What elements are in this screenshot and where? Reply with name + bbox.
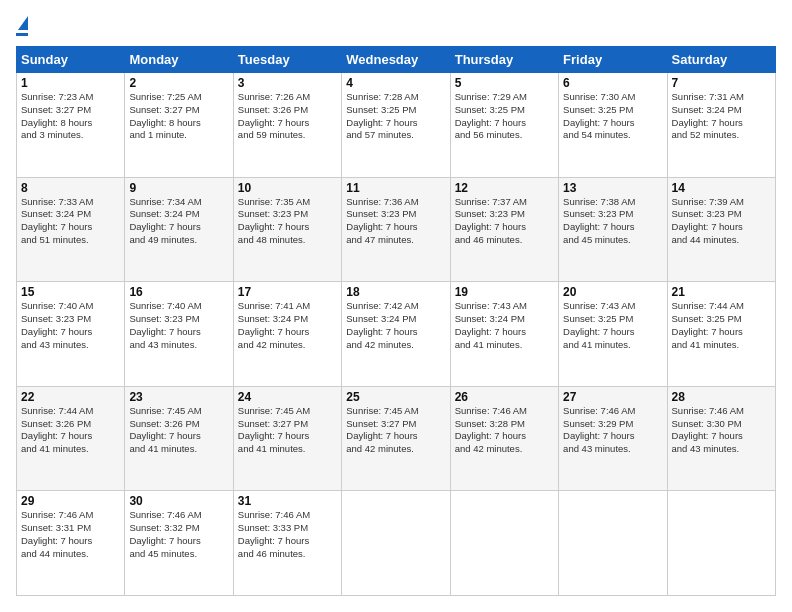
day-number: 8 bbox=[21, 181, 120, 195]
day-number: 1 bbox=[21, 76, 120, 90]
day-number: 18 bbox=[346, 285, 445, 299]
calendar-cell: 1Sunrise: 7:23 AMSunset: 3:27 PMDaylight… bbox=[17, 73, 125, 178]
calendar-header-row: SundayMondayTuesdayWednesdayThursdayFrid… bbox=[17, 47, 776, 73]
calendar-cell: 17Sunrise: 7:41 AMSunset: 3:24 PMDayligh… bbox=[233, 282, 341, 387]
day-number: 4 bbox=[346, 76, 445, 90]
day-info: Sunrise: 7:46 AMSunset: 3:32 PMDaylight:… bbox=[129, 509, 228, 560]
day-info: Sunrise: 7:26 AMSunset: 3:26 PMDaylight:… bbox=[238, 91, 337, 142]
day-info: Sunrise: 7:39 AMSunset: 3:23 PMDaylight:… bbox=[672, 196, 771, 247]
day-info: Sunrise: 7:45 AMSunset: 3:27 PMDaylight:… bbox=[238, 405, 337, 456]
page-header bbox=[16, 16, 776, 36]
day-info: Sunrise: 7:46 AMSunset: 3:28 PMDaylight:… bbox=[455, 405, 554, 456]
calendar-cell: 15Sunrise: 7:40 AMSunset: 3:23 PMDayligh… bbox=[17, 282, 125, 387]
day-number: 27 bbox=[563, 390, 662, 404]
calendar-table: SundayMondayTuesdayWednesdayThursdayFrid… bbox=[16, 46, 776, 596]
calendar-cell: 10Sunrise: 7:35 AMSunset: 3:23 PMDayligh… bbox=[233, 177, 341, 282]
day-info: Sunrise: 7:46 AMSunset: 3:30 PMDaylight:… bbox=[672, 405, 771, 456]
calendar-body: 1Sunrise: 7:23 AMSunset: 3:27 PMDaylight… bbox=[17, 73, 776, 596]
day-number: 12 bbox=[455, 181, 554, 195]
day-number: 25 bbox=[346, 390, 445, 404]
day-header-wednesday: Wednesday bbox=[342, 47, 450, 73]
day-number: 19 bbox=[455, 285, 554, 299]
calendar-cell: 7Sunrise: 7:31 AMSunset: 3:24 PMDaylight… bbox=[667, 73, 775, 178]
calendar-cell: 25Sunrise: 7:45 AMSunset: 3:27 PMDayligh… bbox=[342, 386, 450, 491]
day-info: Sunrise: 7:40 AMSunset: 3:23 PMDaylight:… bbox=[21, 300, 120, 351]
day-number: 14 bbox=[672, 181, 771, 195]
calendar-cell: 4Sunrise: 7:28 AMSunset: 3:25 PMDaylight… bbox=[342, 73, 450, 178]
day-number: 29 bbox=[21, 494, 120, 508]
calendar-cell: 6Sunrise: 7:30 AMSunset: 3:25 PMDaylight… bbox=[559, 73, 667, 178]
calendar-cell: 20Sunrise: 7:43 AMSunset: 3:25 PMDayligh… bbox=[559, 282, 667, 387]
calendar-week-row: 8Sunrise: 7:33 AMSunset: 3:24 PMDaylight… bbox=[17, 177, 776, 282]
calendar-cell: 14Sunrise: 7:39 AMSunset: 3:23 PMDayligh… bbox=[667, 177, 775, 282]
calendar-cell: 22Sunrise: 7:44 AMSunset: 3:26 PMDayligh… bbox=[17, 386, 125, 491]
logo-arrow-icon bbox=[18, 16, 28, 30]
calendar-cell: 8Sunrise: 7:33 AMSunset: 3:24 PMDaylight… bbox=[17, 177, 125, 282]
day-info: Sunrise: 7:30 AMSunset: 3:25 PMDaylight:… bbox=[563, 91, 662, 142]
calendar-cell bbox=[559, 491, 667, 596]
logo-underline bbox=[16, 33, 28, 36]
day-info: Sunrise: 7:35 AMSunset: 3:23 PMDaylight:… bbox=[238, 196, 337, 247]
day-info: Sunrise: 7:23 AMSunset: 3:27 PMDaylight:… bbox=[21, 91, 120, 142]
day-number: 23 bbox=[129, 390, 228, 404]
day-info: Sunrise: 7:43 AMSunset: 3:25 PMDaylight:… bbox=[563, 300, 662, 351]
calendar-cell bbox=[667, 491, 775, 596]
calendar-cell: 24Sunrise: 7:45 AMSunset: 3:27 PMDayligh… bbox=[233, 386, 341, 491]
calendar-cell bbox=[342, 491, 450, 596]
day-info: Sunrise: 7:37 AMSunset: 3:23 PMDaylight:… bbox=[455, 196, 554, 247]
day-info: Sunrise: 7:46 AMSunset: 3:33 PMDaylight:… bbox=[238, 509, 337, 560]
day-header-friday: Friday bbox=[559, 47, 667, 73]
day-number: 20 bbox=[563, 285, 662, 299]
day-info: Sunrise: 7:44 AMSunset: 3:26 PMDaylight:… bbox=[21, 405, 120, 456]
day-number: 22 bbox=[21, 390, 120, 404]
day-number: 28 bbox=[672, 390, 771, 404]
calendar-cell: 11Sunrise: 7:36 AMSunset: 3:23 PMDayligh… bbox=[342, 177, 450, 282]
day-number: 17 bbox=[238, 285, 337, 299]
calendar-cell: 16Sunrise: 7:40 AMSunset: 3:23 PMDayligh… bbox=[125, 282, 233, 387]
day-info: Sunrise: 7:38 AMSunset: 3:23 PMDaylight:… bbox=[563, 196, 662, 247]
calendar-week-row: 1Sunrise: 7:23 AMSunset: 3:27 PMDaylight… bbox=[17, 73, 776, 178]
day-info: Sunrise: 7:28 AMSunset: 3:25 PMDaylight:… bbox=[346, 91, 445, 142]
calendar-cell: 13Sunrise: 7:38 AMSunset: 3:23 PMDayligh… bbox=[559, 177, 667, 282]
day-header-monday: Monday bbox=[125, 47, 233, 73]
day-info: Sunrise: 7:25 AMSunset: 3:27 PMDaylight:… bbox=[129, 91, 228, 142]
calendar-cell: 23Sunrise: 7:45 AMSunset: 3:26 PMDayligh… bbox=[125, 386, 233, 491]
day-header-sunday: Sunday bbox=[17, 47, 125, 73]
day-info: Sunrise: 7:46 AMSunset: 3:31 PMDaylight:… bbox=[21, 509, 120, 560]
day-number: 10 bbox=[238, 181, 337, 195]
calendar-cell: 30Sunrise: 7:46 AMSunset: 3:32 PMDayligh… bbox=[125, 491, 233, 596]
day-info: Sunrise: 7:41 AMSunset: 3:24 PMDaylight:… bbox=[238, 300, 337, 351]
day-number: 24 bbox=[238, 390, 337, 404]
day-number: 7 bbox=[672, 76, 771, 90]
calendar-week-row: 22Sunrise: 7:44 AMSunset: 3:26 PMDayligh… bbox=[17, 386, 776, 491]
calendar-cell: 21Sunrise: 7:44 AMSunset: 3:25 PMDayligh… bbox=[667, 282, 775, 387]
day-info: Sunrise: 7:40 AMSunset: 3:23 PMDaylight:… bbox=[129, 300, 228, 351]
day-number: 11 bbox=[346, 181, 445, 195]
day-number: 31 bbox=[238, 494, 337, 508]
day-header-saturday: Saturday bbox=[667, 47, 775, 73]
day-header-thursday: Thursday bbox=[450, 47, 558, 73]
day-info: Sunrise: 7:31 AMSunset: 3:24 PMDaylight:… bbox=[672, 91, 771, 142]
day-info: Sunrise: 7:34 AMSunset: 3:24 PMDaylight:… bbox=[129, 196, 228, 247]
calendar-cell: 5Sunrise: 7:29 AMSunset: 3:25 PMDaylight… bbox=[450, 73, 558, 178]
day-info: Sunrise: 7:46 AMSunset: 3:29 PMDaylight:… bbox=[563, 405, 662, 456]
calendar-cell: 19Sunrise: 7:43 AMSunset: 3:24 PMDayligh… bbox=[450, 282, 558, 387]
calendar-cell: 29Sunrise: 7:46 AMSunset: 3:31 PMDayligh… bbox=[17, 491, 125, 596]
day-number: 3 bbox=[238, 76, 337, 90]
day-info: Sunrise: 7:42 AMSunset: 3:24 PMDaylight:… bbox=[346, 300, 445, 351]
day-info: Sunrise: 7:43 AMSunset: 3:24 PMDaylight:… bbox=[455, 300, 554, 351]
day-number: 6 bbox=[563, 76, 662, 90]
day-number: 16 bbox=[129, 285, 228, 299]
calendar-week-row: 15Sunrise: 7:40 AMSunset: 3:23 PMDayligh… bbox=[17, 282, 776, 387]
logo bbox=[16, 16, 28, 36]
day-header-tuesday: Tuesday bbox=[233, 47, 341, 73]
calendar-cell: 12Sunrise: 7:37 AMSunset: 3:23 PMDayligh… bbox=[450, 177, 558, 282]
day-number: 9 bbox=[129, 181, 228, 195]
day-number: 26 bbox=[455, 390, 554, 404]
calendar-cell: 9Sunrise: 7:34 AMSunset: 3:24 PMDaylight… bbox=[125, 177, 233, 282]
day-info: Sunrise: 7:44 AMSunset: 3:25 PMDaylight:… bbox=[672, 300, 771, 351]
calendar-cell: 27Sunrise: 7:46 AMSunset: 3:29 PMDayligh… bbox=[559, 386, 667, 491]
day-info: Sunrise: 7:29 AMSunset: 3:25 PMDaylight:… bbox=[455, 91, 554, 142]
calendar-cell: 28Sunrise: 7:46 AMSunset: 3:30 PMDayligh… bbox=[667, 386, 775, 491]
day-info: Sunrise: 7:36 AMSunset: 3:23 PMDaylight:… bbox=[346, 196, 445, 247]
